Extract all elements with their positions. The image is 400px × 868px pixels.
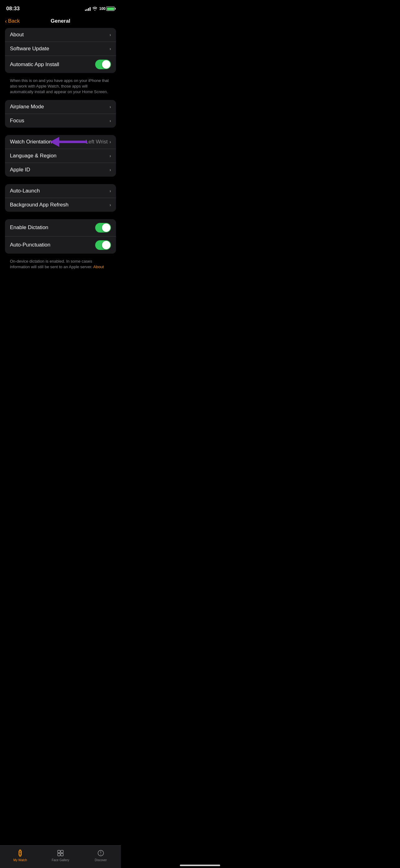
background-app-refresh-label: Background App Refresh [10,202,69,208]
auto-launch-chevron-icon: › [109,188,111,193]
dictation-description: On-device dictation is enabled. In some … [0,256,121,275]
enable-dictation-label: Enable Dictation [10,224,48,231]
svg-rect-1 [59,141,87,143]
focus-right: › [109,118,111,123]
auto-punctuation-label: Auto-Punctuation [10,242,50,248]
auto-launch-right: › [109,188,111,193]
background-app-refresh-right: › [109,203,111,207]
background-app-refresh-chevron-icon: › [109,203,111,207]
airplane-mode-chevron-icon: › [109,104,111,109]
enable-dictation-row[interactable]: Enable Dictation [5,219,116,236]
airplane-mode-row[interactable]: Airplane Mode › [5,100,116,114]
back-button[interactable]: ‹ Back [5,18,20,25]
status-bar: 08:33 100 [0,0,121,16]
svg-marker-0 [50,137,59,147]
language-region-right: › [109,153,111,158]
watch-orientation-label: Watch Orientation [10,139,52,145]
apple-id-row[interactable]: Apple ID › [5,163,116,177]
back-chevron-icon: ‹ [5,18,7,25]
battery-label: 100 [99,6,105,11]
about-row[interactable]: About › [5,28,116,41]
language-region-row[interactable]: Language & Region › [5,149,116,163]
status-icons: 100 [85,6,115,11]
section-general-top: About › Software Update › Automatic App … [5,28,116,73]
language-region-label: Language & Region [10,153,57,159]
nav-bar: ‹ Back General [0,16,121,28]
purple-arrow-annotation [50,136,87,148]
battery-container: 100 [99,6,115,11]
automatic-app-install-toggle[interactable] [95,60,111,69]
auto-punctuation-row[interactable]: Auto-Punctuation [5,236,116,254]
background-app-refresh-row[interactable]: Background App Refresh › [5,198,116,212]
about-right: › [109,32,111,37]
settings-content: About › Software Update › Automatic App … [0,28,121,306]
watch-orientation-chevron-icon: › [109,140,111,144]
airplane-mode-label: Airplane Mode [10,104,44,110]
signal-icon [85,6,91,11]
section-watch-settings: Watch Orientation Left Wrist › Language … [5,135,116,177]
watch-orientation-right: Left Wrist › [86,139,111,145]
about-chevron-icon: › [109,32,111,37]
apple-id-label: Apple ID [10,167,30,173]
focus-chevron-icon: › [109,118,111,123]
section-launch: Auto-Launch › Background App Refresh › [5,184,116,212]
section-connectivity: Airplane Mode › Focus › [5,100,116,128]
software-update-label: Software Update [10,45,49,52]
auto-launch-row[interactable]: Auto-Launch › [5,184,116,198]
battery-icon [106,6,115,11]
focus-label: Focus [10,118,24,124]
status-time: 08:33 [6,6,20,12]
auto-launch-label: Auto-Launch [10,188,40,194]
automatic-app-install-label: Automatic App Install [10,61,59,68]
language-region-chevron-icon: › [109,153,111,158]
enable-dictation-toggle[interactable] [95,223,111,232]
wifi-icon [92,7,97,10]
apple-id-chevron-icon: › [109,167,111,172]
watch-orientation-row[interactable]: Watch Orientation Left Wrist › [5,135,116,149]
auto-punctuation-toggle[interactable] [95,240,111,250]
airplane-mode-right: › [109,104,111,109]
automatic-app-install-row[interactable]: Automatic App Install [5,56,116,73]
about-label: About [10,32,24,38]
page-title: General [51,18,70,24]
apple-id-right: › [109,167,111,172]
focus-row[interactable]: Focus › [5,114,116,128]
section-dictation: Enable Dictation Auto-Punctuation [5,219,116,254]
software-update-right: › [109,46,111,51]
watch-orientation-value: Left Wrist [86,139,108,145]
back-label: Back [8,18,20,24]
software-update-row[interactable]: Software Update › [5,41,116,56]
dictation-about-link[interactable]: About [93,265,104,269]
software-update-chevron-icon: › [109,46,111,51]
automatic-app-install-description: When this is on and you have apps on you… [0,75,121,100]
